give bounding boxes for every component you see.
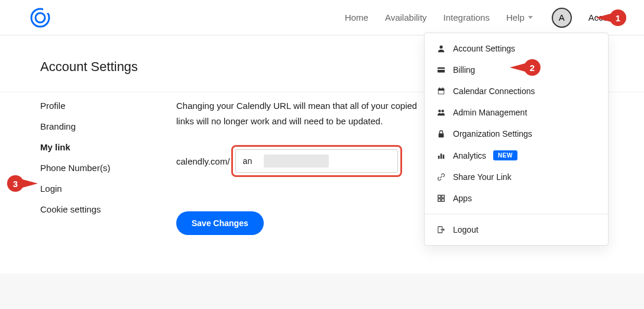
dropdown-organization-settings[interactable]: Organization Settings [425, 123, 608, 144]
dropdown-analytics[interactable]: Analytics NEW [425, 144, 608, 166]
svg-rect-9 [442, 88, 444, 90]
svg-rect-17 [438, 195, 441, 198]
avatar[interactable]: A [552, 8, 572, 28]
sidebar-item-branding[interactable]: Branding [40, 121, 176, 131]
nav-help[interactable]: Help [506, 12, 533, 22]
main-panel: Changing your Calendly URL will mean tha… [176, 98, 460, 235]
sidebar-item-phone[interactable]: Phone Number(s) [40, 163, 176, 173]
mylink-description: Changing your Calendly URL will mean tha… [176, 98, 425, 128]
sidebar-item-my-link[interactable]: My link [40, 142, 176, 152]
svg-point-12 [441, 110, 444, 112]
dropdown-item-label: Billing [453, 65, 475, 75]
person-icon [436, 44, 446, 53]
url-prefix: calendly.com/ [176, 156, 230, 166]
dropdown-logout[interactable]: Logout [425, 219, 608, 240]
dropdown-account-settings[interactable]: Account Settings [425, 38, 608, 59]
svg-rect-15 [441, 153, 442, 159]
svg-rect-19 [438, 199, 441, 201]
footer-bg [0, 273, 644, 309]
grid-icon [436, 194, 446, 203]
redacted-overlay [264, 154, 329, 168]
calendly-logo[interactable] [30, 7, 51, 28]
dropdown-apps[interactable]: Apps [425, 188, 608, 209]
svg-point-1 [35, 13, 45, 22]
calendar-icon [436, 86, 446, 96]
dropdown-item-label: Calendar Connections [453, 86, 535, 96]
dropdown-item-label: Organization Settings [453, 129, 532, 139]
dropdown-admin-management[interactable]: Admin Management [425, 102, 608, 123]
lock-icon [436, 129, 446, 139]
settings-sidebar: Profile Branding My link Phone Number(s)… [40, 98, 176, 235]
svg-rect-13 [439, 133, 444, 137]
svg-rect-10 [439, 91, 444, 94]
svg-rect-18 [442, 195, 444, 198]
dropdown-item-label: Admin Management [453, 108, 527, 117]
svg-point-3 [439, 46, 442, 49]
chart-icon [436, 151, 446, 160]
sidebar-item-profile[interactable]: Profile [40, 101, 176, 111]
svg-rect-20 [442, 199, 444, 201]
dropdown-item-label: Share Your Link [453, 172, 512, 182]
sidebar-item-login[interactable]: Login [40, 184, 176, 194]
link-icon [436, 172, 446, 182]
nav-help-label: Help [506, 12, 525, 22]
nav-home[interactable]: Home [345, 12, 368, 22]
url-input-highlight [231, 145, 402, 177]
save-button[interactable]: Save Changes [176, 211, 264, 235]
nav-availability[interactable]: Availability [385, 12, 427, 22]
dropdown-item-label: Account Settings [453, 44, 515, 53]
svg-rect-14 [438, 156, 440, 159]
top-nav: Home Availability Integrations Help A Ac… [345, 8, 620, 28]
svg-point-11 [438, 110, 441, 112]
svg-rect-2 [43, 7, 51, 13]
card-icon [436, 65, 446, 75]
sidebar-item-cookie[interactable]: Cookie settings [40, 204, 176, 214]
callout-3: 3 [7, 175, 24, 192]
new-badge: NEW [493, 150, 517, 160]
svg-rect-16 [443, 154, 445, 159]
header: Home Availability Integrations Help A Ac… [0, 0, 644, 36]
callout-1: 1 [610, 9, 626, 26]
nav-integrations[interactable]: Integrations [444, 12, 490, 22]
url-row: calendly.com/ [176, 145, 425, 177]
dropdown-item-label: Logout [453, 225, 478, 234]
svg-rect-7 [438, 89, 445, 91]
dropdown-calendar-connections[interactable]: Calendar Connections [425, 81, 608, 102]
dropdown-item-label: Analytics [453, 151, 486, 160]
dropdown-share-link[interactable]: Share Your Link [425, 166, 608, 188]
people-icon [436, 108, 446, 117]
svg-rect-5 [438, 69, 445, 70]
chevron-down-icon [528, 16, 533, 19]
svg-rect-8 [439, 88, 441, 90]
logout-icon [436, 225, 446, 234]
dropdown-item-label: Apps [453, 194, 472, 203]
callout-2: 2 [524, 59, 541, 76]
